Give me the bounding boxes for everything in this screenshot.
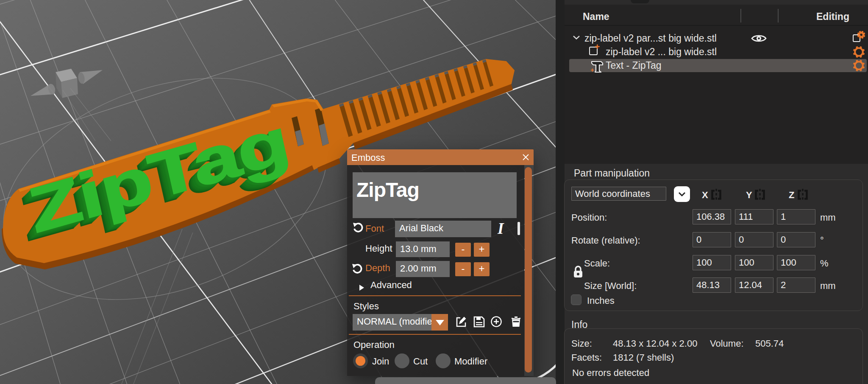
- svg-text:+: +: [590, 66, 594, 73]
